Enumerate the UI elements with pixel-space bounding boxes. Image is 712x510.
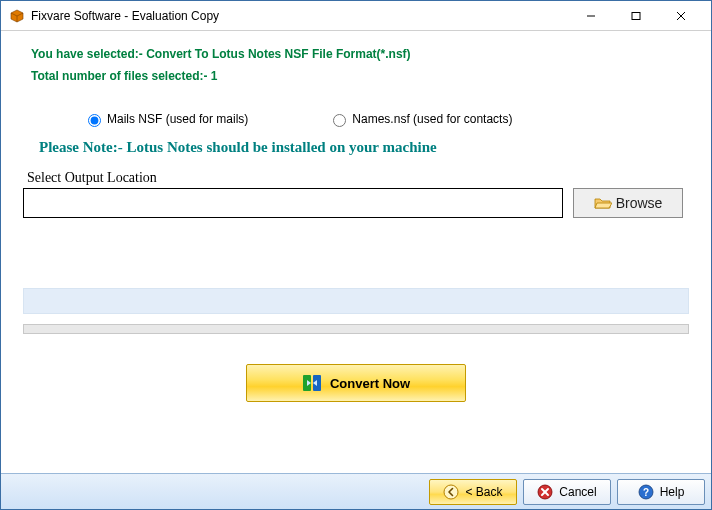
- help-label: Help: [660, 485, 685, 499]
- svg-point-6: [444, 485, 458, 499]
- browse-button[interactable]: Browse: [573, 188, 683, 218]
- back-button[interactable]: < Back: [429, 479, 517, 505]
- file-count-text: Total number of files selected:- 1: [31, 69, 689, 83]
- convert-wrap: Convert Now: [23, 364, 689, 402]
- app-icon: [9, 8, 25, 24]
- output-row: Browse: [23, 188, 689, 218]
- window-controls: [568, 2, 703, 30]
- window-title: Fixvare Software - Evaluation Copy: [31, 9, 219, 23]
- cancel-label: Cancel: [559, 485, 596, 499]
- radio-mails-nsf[interactable]: Mails NSF (used for mails): [83, 111, 248, 127]
- radio-mails-label: Mails NSF (used for mails): [107, 112, 248, 126]
- arrow-left-icon: [443, 484, 459, 500]
- status-strip: [23, 288, 689, 314]
- radio-names-label: Names.nsf (used for contacts): [352, 112, 512, 126]
- footer-bar: < Back Cancel ? Help: [1, 473, 711, 509]
- svg-rect-1: [632, 12, 640, 19]
- help-icon: ?: [638, 484, 654, 500]
- folder-open-icon: [594, 196, 612, 210]
- nsf-type-radio-group: Mails NSF (used for mails) Names.nsf (us…: [23, 111, 689, 127]
- browse-label: Browse: [616, 195, 663, 211]
- radio-names-nsf[interactable]: Names.nsf (used for contacts): [328, 111, 512, 127]
- cancel-button[interactable]: Cancel: [523, 479, 611, 505]
- svg-text:?: ?: [643, 487, 649, 498]
- cancel-icon: [537, 484, 553, 500]
- titlebar: Fixvare Software - Evaluation Copy: [1, 1, 711, 31]
- install-note: Please Note:- Lotus Notes should be inst…: [39, 139, 689, 156]
- minimize-button[interactable]: [568, 2, 613, 30]
- convert-label: Convert Now: [330, 376, 410, 391]
- output-location-label: Select Output Location: [27, 170, 689, 186]
- content-area: You have selected:- Convert To Lotus Not…: [1, 31, 711, 473]
- close-button[interactable]: [658, 2, 703, 30]
- help-button[interactable]: ? Help: [617, 479, 705, 505]
- back-label: < Back: [465, 485, 502, 499]
- convert-now-button[interactable]: Convert Now: [246, 364, 466, 402]
- selected-format-text: You have selected:- Convert To Lotus Not…: [31, 47, 689, 61]
- progress-bar: [23, 324, 689, 334]
- convert-icon: [302, 374, 322, 392]
- radio-names-input[interactable]: [333, 114, 346, 127]
- output-location-input[interactable]: [23, 188, 563, 218]
- maximize-button[interactable]: [613, 2, 658, 30]
- radio-mails-input[interactable]: [88, 114, 101, 127]
